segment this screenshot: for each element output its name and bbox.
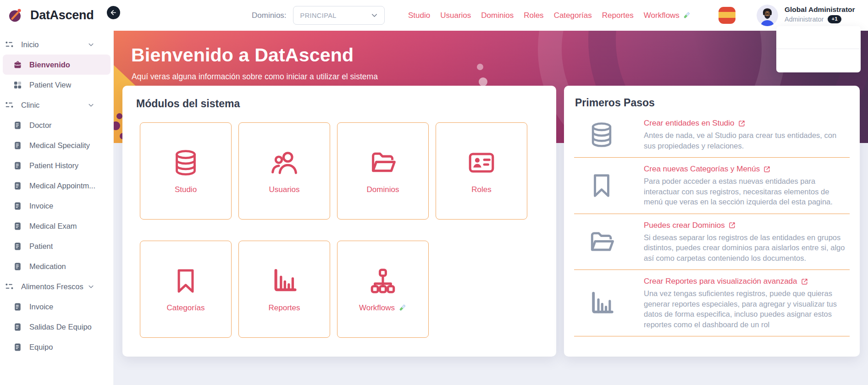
domain-selector: Dominios: PRINCIPAL <box>252 6 385 25</box>
module-tile-roles[interactable]: Roles <box>436 122 527 220</box>
step-item-crear-entidades-en-studio: Crear entidades en Studio Antes de nada,… <box>574 112 850 158</box>
sidebar-item-label: Inicio <box>21 40 39 49</box>
doc-icon <box>13 181 22 191</box>
org-icon <box>368 266 398 296</box>
nav-link-usuarios[interactable]: Usuarios <box>440 11 471 20</box>
folder-icon <box>587 228 616 256</box>
user-info[interactable]: Global Administrator Administrator +1 <box>785 5 855 23</box>
sidebar-item-invoice[interactable]: Invoice <box>3 196 111 216</box>
menu-item-configuraciones[interactable] <box>776 38 861 45</box>
modules-title: Módulos del sistema <box>136 98 543 110</box>
sidebar-item-patient[interactable]: Patient <box>3 236 111 256</box>
sidebar-item-medical-exam[interactable]: Medical Exam <box>3 216 111 236</box>
sidebar-item-equipo[interactable]: Equipo <box>3 337 111 357</box>
sidebar-item-label: Medical Speciality <box>29 141 90 150</box>
doc-icon <box>13 161 22 170</box>
module-tile-label: Usuarios <box>269 185 299 194</box>
module-tile-categorias[interactable]: Categorías <box>140 241 232 338</box>
nav-link-categorias[interactable]: Categorías <box>554 11 592 20</box>
sidebar-item-label: Bienvenido <box>29 60 70 69</box>
sidebar-item-salidas-de-equipo[interactable]: Salidas De Equipo <box>3 317 111 337</box>
external-link-icon <box>801 278 808 286</box>
nav-link-label: Studio <box>408 11 430 20</box>
user-role: Administrator <box>785 16 824 23</box>
nav-link-roles[interactable]: Roles <box>524 11 543 20</box>
doc-icon <box>13 242 22 251</box>
chart-icon <box>270 266 299 296</box>
dominios-selected-value: PRINCIPAL <box>300 12 337 19</box>
doc-icon <box>13 201 22 211</box>
idcard-icon <box>467 148 496 177</box>
language-flag-spanish-icon[interactable] <box>719 7 735 24</box>
sidebar-item-label: Alimentos Frescos <box>21 282 83 291</box>
sidebar-item-label: Salidas De Equipo <box>29 323 92 331</box>
sidebar-item-label: Patient View <box>29 81 71 89</box>
module-tile-usuarios[interactable]: Usuarios <box>238 122 330 220</box>
doc-icon <box>13 121 22 130</box>
user-avatar[interactable] <box>757 5 778 26</box>
sidebar-item-bienvenido[interactable]: Bienvenido <box>3 55 111 75</box>
top-header: DatAscend Dominios: PRINCIPAL Studio Usu… <box>0 0 868 31</box>
nav-link-dominios[interactable]: Dominios <box>481 11 514 20</box>
nav-link-workflows[interactable]: Workflows <box>644 11 691 20</box>
folder-icon <box>368 148 398 177</box>
step-description: Una vez tengas suficientes registros, pu… <box>644 288 848 330</box>
step-link[interactable]: Puedes crear Dominios <box>644 221 736 230</box>
database-icon <box>171 148 200 177</box>
module-tile-workflows[interactable]: Workflows <box>337 241 429 338</box>
sidebar-collapse-button[interactable] <box>107 6 120 19</box>
nav-link-reportes[interactable]: Reportes <box>602 11 634 20</box>
sidebar-item-label: Invoice <box>29 302 53 311</box>
step-link-label: Crear Reportes para visualización avanza… <box>644 277 797 286</box>
module-tile-dominios[interactable]: Dominios <box>337 122 429 220</box>
menu-item-perfil[interactable] <box>776 31 861 38</box>
sidebar-item-patient-history[interactable]: Patient History <box>3 155 111 176</box>
menu-item-cambiar-contrasena[interactable] <box>776 52 861 60</box>
sidebar: Inicio Bienvenido Patient View Clinic Do… <box>0 31 114 385</box>
sidebar-item-alimentos-frescos[interactable]: Alimentos Frescos <box>3 276 111 297</box>
step-link-label: Crear entidades en Studio <box>644 119 735 128</box>
brand-name: DatAscend <box>30 8 94 22</box>
sidebar-item-inicio[interactable]: Inicio <box>3 34 111 55</box>
step-link[interactable]: Crear entidades en Studio <box>644 119 746 128</box>
sidebar-item-medical-speciality[interactable]: Medical Speciality <box>3 135 111 155</box>
chevron-down-icon <box>87 283 95 291</box>
users-icon <box>270 148 299 177</box>
nav-link-label: Categorías <box>554 11 592 20</box>
flow-icon <box>5 100 14 110</box>
step-item-puedes-crear-dominios: Puedes crear Dominios Si deseas separar … <box>574 214 850 270</box>
chevron-down-icon <box>370 11 379 20</box>
sidebar-item-clinic[interactable]: Clinic <box>3 95 111 115</box>
step-item-crea-nuevas-categorias-y-menus: Crea nuevas Categorías y Menús Para pode… <box>574 158 850 214</box>
brand[interactable]: DatAscend <box>7 6 94 24</box>
sidebar-item-patient-view[interactable]: Patient View <box>3 75 111 95</box>
doc-icon <box>13 302 22 312</box>
user-name: Global Administrator <box>785 5 855 14</box>
module-tile-reportes[interactable]: Reportes <box>238 241 330 338</box>
sidebar-item-doctor[interactable]: Doctor <box>3 115 111 135</box>
module-tile-label: Dominios <box>367 185 399 194</box>
nav-link-studio[interactable]: Studio <box>408 11 430 20</box>
module-tile-label: Reportes <box>269 303 300 313</box>
step-link[interactable]: Crea nuevas Categorías y Menús <box>644 165 771 174</box>
grid-icon <box>13 80 22 90</box>
sidebar-item-medical-appointm[interactable]: Medical Appointm... <box>3 176 111 196</box>
sidebar-item-invoice[interactable]: Invoice <box>3 297 111 317</box>
external-link-icon <box>728 221 736 229</box>
menu-item-cerrar-sesion[interactable] <box>776 60 861 67</box>
dominios-select[interactable]: PRINCIPAL <box>293 6 385 25</box>
briefcase-icon <box>13 60 22 70</box>
sidebar-item-label: Medical Appointm... <box>29 182 95 190</box>
sidebar-item-medication[interactable]: Medication <box>3 256 111 276</box>
step-link[interactable]: Crear Reportes para visualización avanza… <box>644 277 808 286</box>
doc-icon <box>13 141 22 150</box>
database-icon <box>587 121 616 149</box>
first-steps-title: Primeros Pasos <box>575 97 850 109</box>
step-description: Si deseas separar los registros de las e… <box>644 232 848 264</box>
nav-link-label: Workflows <box>644 11 680 20</box>
testtube-icon <box>398 303 407 312</box>
sidebar-item-label: Medication <box>29 262 66 271</box>
step-item-crear-reportes-para-visualizacion-avanzada: Crear Reportes para visualización avanza… <box>574 270 850 336</box>
module-tile-studio[interactable]: Studio <box>140 122 232 220</box>
nav-link-label: Reportes <box>602 11 634 20</box>
